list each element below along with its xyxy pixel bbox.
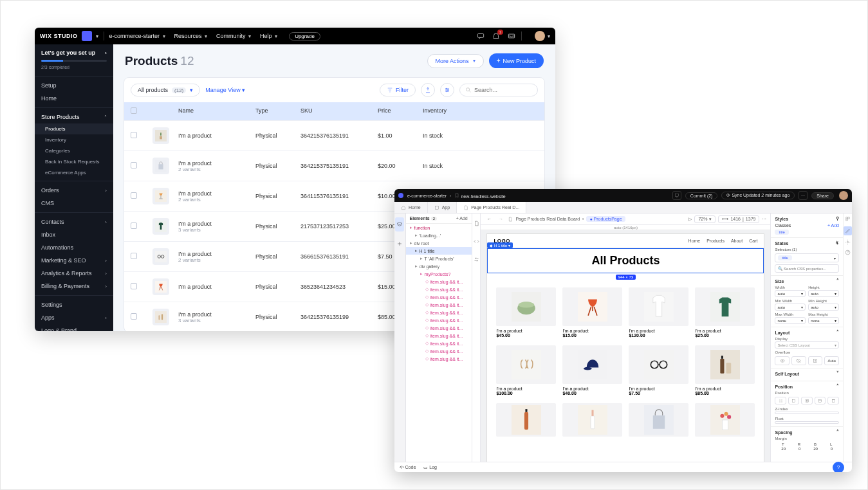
tree-item[interactable]: ◇ item.slug && it... — [406, 324, 472, 332]
height-input[interactable]: auto▾ — [808, 290, 839, 297]
product-card[interactable] — [695, 403, 755, 439]
chevron-down-icon[interactable]: ▾ — [96, 33, 98, 39]
expand-icon[interactable]: ˅ — [836, 371, 839, 376]
maxheight-input[interactable]: none▾ — [808, 317, 839, 324]
add-class-button[interactable]: + Add — [827, 223, 839, 228]
settings-icon[interactable] — [845, 239, 851, 246]
log-tab[interactable]: ▭ Log — [423, 465, 437, 470]
filter-button[interactable]: Filter — [380, 84, 416, 96]
sidebar-sub-inventory[interactable]: Inventory — [35, 134, 113, 145]
crumb-site[interactable]: new-headless-website — [454, 193, 505, 199]
tree-item[interactable]: ◇ item.slug && it... — [406, 332, 472, 340]
search-input[interactable] — [459, 84, 538, 96]
play-icon[interactable]: ▷ — [688, 217, 692, 222]
product-card[interactable]: I'm a product$40.00 — [562, 345, 622, 395]
setup-card[interactable]: Let's get you set up› 2/3 completed — [35, 44, 113, 73]
sidebar-item-billing[interactable]: Billing & Payments› — [35, 280, 113, 293]
code-tab[interactable]: ‹/› Code — [400, 465, 416, 469]
collapse-icon[interactable]: ˄ — [836, 330, 839, 335]
product-card[interactable] — [562, 403, 622, 439]
row-checkbox[interactable] — [131, 222, 137, 229]
selection-box[interactable]: All Products — [487, 248, 764, 273]
chat-icon[interactable] — [476, 32, 485, 41]
file-icon[interactable] — [474, 217, 479, 229]
pos-relative[interactable] — [788, 397, 800, 404]
all-products-dropdown[interactable]: All products(12)▾ — [131, 84, 200, 96]
avatar[interactable] — [839, 191, 848, 200]
row-checkbox[interactable] — [131, 283, 137, 289]
tree-item[interactable]: ▸ div root — [406, 239, 472, 247]
display-select[interactable]: Select CSS Layout▾ — [775, 341, 839, 349]
tree-item[interactable]: ▸ div gallery — [406, 262, 472, 270]
components-icon[interactable] — [845, 216, 851, 222]
commit-button[interactable]: Commit (2) — [685, 192, 718, 199]
sidebar-item-cms[interactable]: CMS — [35, 197, 113, 210]
sidebar-sub-ecommerce-apps[interactable]: eCommerce Apps — [35, 167, 113, 178]
tab-home[interactable]: Home — [394, 202, 428, 213]
class-chip[interactable]: title — [775, 230, 788, 235]
nav-about[interactable]: About — [731, 239, 743, 243]
manage-view-link[interactable]: Manage View ▾ — [205, 87, 245, 93]
styles-icon[interactable] — [844, 226, 852, 235]
selector-dropdown[interactable]: title▾ — [775, 253, 839, 262]
inbox-icon[interactable] — [507, 32, 516, 41]
avatar[interactable] — [535, 31, 545, 41]
pos-absolute[interactable] — [801, 397, 813, 404]
swap-icon[interactable] — [474, 253, 479, 265]
sidebar-item-setup[interactable]: Setup — [35, 79, 113, 92]
col-inventory[interactable]: Inventory — [423, 107, 481, 115]
forward-icon[interactable]: → — [496, 215, 505, 224]
zindex-input[interactable] — [775, 412, 839, 414]
tab-page[interactable]: Page Products Real D... — [457, 202, 526, 213]
width-input[interactable]: auto▾ — [775, 290, 806, 297]
sidebar-item-settings[interactable]: Settings — [35, 298, 113, 311]
sidebar-item-analytics[interactable]: Analytics & Reports› — [35, 267, 113, 280]
tab-app[interactable]: App — [428, 202, 457, 213]
tree-item[interactable]: ▸ H 1 title — [406, 247, 472, 255]
new-product-button[interactable]: +New Product — [489, 53, 544, 68]
add-element-button[interactable]: + Add — [456, 216, 468, 221]
col-type[interactable]: Type — [255, 107, 300, 115]
selection-tag[interactable]: ◆ H 1 title ▾ — [487, 242, 513, 248]
nav-resources[interactable]: Resources ▾ — [174, 33, 208, 39]
more-icon[interactable]: ⋯ — [762, 217, 766, 222]
product-card[interactable]: I'm a product$120.00 — [629, 287, 688, 338]
collapse-icon[interactable]: ˄ — [836, 384, 839, 389]
sync-status[interactable]: ⟳ Sync Updated 2 minutes ago — [721, 192, 795, 199]
customize-icon[interactable] — [440, 83, 454, 97]
sidebar-item-marketing[interactable]: Marketing & SEO› — [35, 254, 113, 267]
product-card[interactable]: I'm a product$7.50 — [629, 345, 688, 395]
row-checkbox[interactable] — [131, 192, 137, 199]
plus-icon[interactable] — [396, 238, 403, 250]
overflow-scroll[interactable] — [808, 356, 823, 365]
sidebar-item-automations[interactable]: Automations — [35, 241, 113, 254]
product-card[interactable]: I'm a product$85.00 — [695, 345, 755, 395]
nav-products[interactable]: Products — [706, 239, 725, 243]
pos-fixed[interactable] — [815, 397, 826, 404]
more-actions-button[interactable]: More Actions▾ — [427, 54, 484, 68]
tree-item[interactable]: ▸ T 'All Products' — [406, 255, 472, 262]
back-icon[interactable]: ← — [485, 215, 494, 224]
row-checkbox[interactable] — [131, 132, 137, 138]
sidebar-item-store-products[interactable]: Store Products˄ — [35, 111, 113, 123]
export-icon[interactable] — [421, 83, 435, 97]
table-row[interactable]: I'm a productPhysical364215376135191$1.0… — [124, 120, 544, 150]
chevron-down-icon[interactable]: ▾ — [548, 33, 550, 39]
nav-cart[interactable]: Cart — [749, 239, 757, 243]
tree-item[interactable]: ◇ item.slug && it... — [406, 309, 472, 316]
nav-community[interactable]: Community ▾ — [216, 33, 251, 39]
tree-item[interactable]: ▸ function — [406, 224, 472, 231]
product-card[interactable]: I'm a product$100.00 — [496, 345, 556, 395]
row-checkbox[interactable] — [131, 162, 137, 168]
tree-item[interactable]: ◇ item.slug && it... — [406, 293, 472, 301]
tree-item[interactable]: ◇ item.slug && it... — [406, 286, 472, 293]
col-name[interactable]: Name — [178, 107, 255, 115]
tree-item[interactable]: ◇ item.slug && it... — [406, 301, 472, 309]
sidebar-item-orders[interactable]: Orders› — [35, 184, 113, 197]
more-icon[interactable] — [799, 191, 808, 200]
tree-item[interactable]: ◇ item.slug && it... — [406, 316, 472, 324]
col-price[interactable]: Price — [378, 107, 423, 115]
share-button[interactable]: Share — [811, 192, 834, 199]
code-icon[interactable] — [474, 235, 479, 247]
bell-icon[interactable]: 1 — [492, 32, 501, 41]
